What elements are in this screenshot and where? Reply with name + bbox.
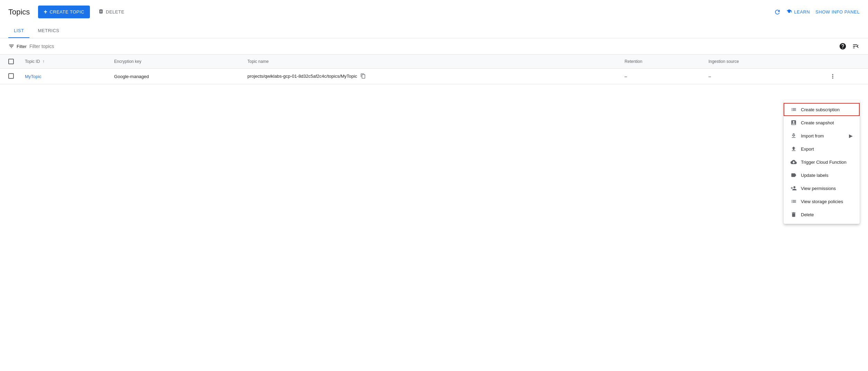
- header-right: LEARN SHOW INFO PANEL: [774, 9, 860, 16]
- table-row: MyTopic Google-managed projects/qwiklabs…: [0, 69, 868, 84]
- th-checkbox: [0, 55, 19, 69]
- create-topic-button[interactable]: + CREATE TOPIC: [38, 6, 90, 18]
- filter-right: [839, 42, 860, 50]
- th-topic-id[interactable]: Topic ID ↑: [19, 55, 109, 69]
- topics-table: Topic ID ↑ Encryption key Topic name Ret…: [0, 55, 868, 84]
- create-icon: +: [44, 8, 47, 16]
- row-encryption-key: Google-managed: [109, 69, 242, 84]
- tab-list[interactable]: LIST: [8, 24, 29, 38]
- row-more-actions: [824, 69, 868, 84]
- sort-icon: ↑: [43, 59, 45, 64]
- more-actions-button[interactable]: [829, 73, 836, 80]
- th-topic-name: Topic name: [242, 55, 619, 69]
- row-retention: –: [619, 69, 703, 84]
- tab-metrics[interactable]: METRICS: [32, 24, 65, 38]
- th-actions: [824, 55, 868, 69]
- row-checkbox-cell: [0, 69, 19, 84]
- learn-icon: [786, 9, 792, 15]
- show-info-panel-button[interactable]: SHOW INFO PANEL: [815, 9, 860, 15]
- page-header: Topics + CREATE TOPIC DELETE LEARN SHOW …: [0, 0, 868, 24]
- filter-input[interactable]: [29, 44, 836, 49]
- table-header-row: Topic ID ↑ Encryption key Topic name Ret…: [0, 55, 868, 69]
- th-ingestion-source: Ingestion source: [703, 55, 824, 69]
- filter-bar: Filter: [0, 38, 868, 55]
- filter-label: Filter: [17, 44, 27, 49]
- header-actions: + CREATE TOPIC DELETE: [38, 6, 774, 18]
- delete-icon: [98, 9, 104, 15]
- table-container: Topic ID ↑ Encryption key Topic name Ret…: [0, 55, 868, 84]
- row-topic-id: MyTopic: [19, 69, 109, 84]
- copy-topic-name-button[interactable]: [360, 73, 366, 80]
- tabs: LIST METRICS: [0, 24, 868, 38]
- row-checkbox[interactable]: [8, 73, 14, 79]
- topic-id-link[interactable]: MyTopic: [25, 74, 41, 79]
- columns-button[interactable]: [852, 42, 860, 50]
- th-retention: Retention: [619, 55, 703, 69]
- learn-button[interactable]: LEARN: [786, 9, 810, 15]
- th-encryption-key: Encryption key: [109, 55, 242, 69]
- filter-toggle[interactable]: Filter: [8, 43, 27, 49]
- help-button[interactable]: [839, 42, 847, 50]
- refresh-button[interactable]: [774, 9, 781, 16]
- page-title: Topics: [8, 8, 30, 17]
- row-topic-name: projects/qwiklabs-gcp-01-8d32c5af2c4c/to…: [242, 69, 619, 84]
- select-all-checkbox[interactable]: [8, 59, 14, 64]
- row-ingestion-source: –: [703, 69, 824, 84]
- delete-button[interactable]: DELETE: [93, 6, 130, 18]
